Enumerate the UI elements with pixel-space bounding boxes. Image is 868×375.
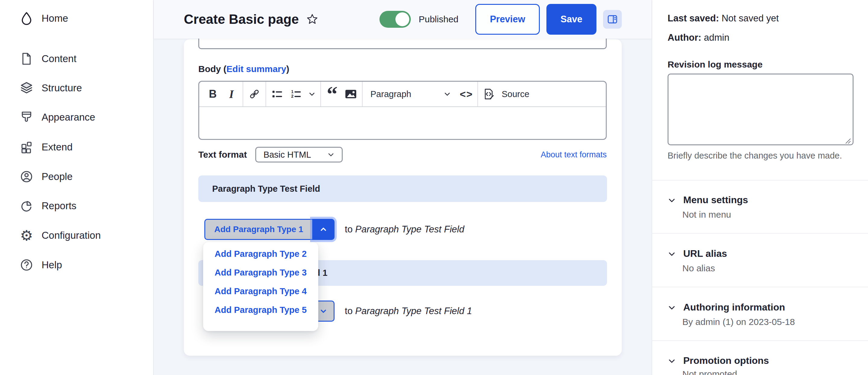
text-format-label: Text format [198, 150, 247, 160]
section-label: Menu settings [683, 194, 748, 206]
section-promotion-options[interactable]: Promotion options [668, 355, 769, 366]
text-format-row: Text format Basic HTML About text format… [198, 147, 607, 162]
last-saved-label: Last saved: [668, 13, 719, 24]
sidebar-item-people[interactable]: People [19, 167, 73, 186]
list-options-chevron-icon[interactable] [305, 85, 318, 104]
add-paragraph-button[interactable]: Add Paragraph Type 1 [204, 219, 312, 240]
section-summary: Not in menu [682, 210, 731, 220]
section-label: Promotion options [683, 355, 769, 366]
sidebar-item-home[interactable]: Home [19, 9, 68, 27]
sidebar-item-label: Home [41, 13, 68, 24]
preview-button[interactable]: Preview [475, 4, 540, 35]
divider [652, 180, 868, 181]
sidebar-item-configuration[interactable]: ⚙ Configuration [19, 226, 101, 245]
to-field-text: to Paragraph Type Test Field [345, 224, 464, 235]
body-richtext-editor: B I 12 “ [198, 81, 607, 140]
paragraph-style-dropdown[interactable]: Paragraph [364, 89, 457, 99]
author-label: Author: [668, 32, 701, 43]
blockquote-icon[interactable]: “ [323, 89, 341, 99]
sidebar-item-label: Structure [41, 82, 82, 94]
svg-text:1: 1 [291, 89, 293, 94]
published-toggle[interactable] [379, 11, 411, 28]
add-paragraph-row-1: Add Paragraph Type 1 to Paragraph Type T… [204, 219, 464, 240]
field-name-italic-1: Paragraph Type Test Field 1 [355, 306, 472, 316]
published-label: Published [418, 14, 458, 24]
about-text-formats-link[interactable]: About text formats [541, 150, 607, 159]
author-value: admin [704, 32, 730, 43]
section-label: Authoring information [683, 302, 785, 313]
meta-sidebar: Last saved: Not saved yet Author: admin … [652, 0, 868, 375]
sidebar-item-appearance[interactable]: Appearance [19, 108, 95, 126]
sidebar-item-content[interactable]: Content [19, 50, 76, 68]
section-summary: By admin (1) on 2023-05-18 [682, 317, 795, 327]
bookmark-star-icon[interactable] [306, 13, 318, 25]
chevron-up-icon [319, 225, 328, 233]
sidebar-toggle-button[interactable] [603, 10, 622, 29]
toolbar-separator [477, 82, 478, 106]
chevron-down-icon [668, 356, 676, 365]
last-saved-value: Not saved yet [721, 13, 779, 24]
body-label-close: ) [286, 64, 289, 74]
toggle-knob [396, 12, 409, 26]
body-field-label: Body (Edit summary) [198, 64, 289, 74]
chevron-down-icon [444, 90, 451, 98]
section-label: URL alias [683, 248, 727, 259]
text-format-value: Basic HTML [264, 150, 311, 160]
chevron-down-icon [668, 250, 676, 258]
source-button-label[interactable]: Source [501, 89, 529, 99]
sidebar-item-help[interactable]: Help [19, 256, 62, 274]
sidebar-item-label: Help [41, 259, 62, 271]
chevron-down-icon [668, 303, 676, 312]
section-summary: Not promoted [682, 369, 737, 375]
blocks-icon [19, 140, 34, 154]
revision-log-textarea[interactable] [668, 73, 854, 145]
numbered-list-icon[interactable]: 12 [287, 85, 305, 104]
section-summary: No alias [682, 263, 715, 273]
question-circle-icon [19, 258, 34, 272]
italic-icon[interactable]: I [222, 85, 241, 104]
admin-sidebar: Home Content Structure Appearance Extend [0, 0, 154, 375]
add-paragraph-split-button: Add Paragraph Type 1 [204, 219, 335, 240]
field-name-italic: Paragraph Type Test Field [355, 224, 464, 235]
sidebar-item-structure[interactable]: Structure [19, 79, 82, 97]
source-editing-icon[interactable] [480, 85, 497, 104]
sidebar-item-extend[interactable]: Extend [19, 138, 73, 156]
sidebar-item-label: People [41, 171, 73, 182]
to-label: to [345, 306, 352, 316]
to-field-text-1: to Paragraph Type Test Field 1 [345, 306, 472, 316]
paragraph-field-title: Paragraph Type Test Field [212, 184, 320, 194]
revision-log-label: Revision log message [668, 59, 763, 70]
gear-icon: ⚙ [19, 228, 34, 243]
html-embed-icon[interactable]: <> [457, 85, 475, 104]
page-title: Create Basic page [184, 12, 299, 27]
menu-item-add-paragraph-type-4[interactable]: Add Paragraph Type 4 [215, 282, 318, 301]
section-authoring-information[interactable]: Authoring information [668, 302, 785, 313]
edit-summary-link[interactable]: Edit summary [226, 64, 286, 74]
sidebar-item-label: Configuration [41, 230, 101, 241]
editor-content-area[interactable] [199, 107, 606, 139]
to-label: to [345, 224, 352, 235]
drupal-drop-icon [19, 11, 34, 26]
sidebar-item-reports[interactable]: Reports [19, 197, 76, 215]
menu-item-add-paragraph-type-2[interactable]: Add Paragraph Type 2 [215, 245, 318, 263]
menu-item-add-paragraph-type-5[interactable]: Add Paragraph Type 5 [215, 301, 318, 319]
title-input-partial[interactable] [198, 39, 607, 49]
save-button[interactable]: Save [547, 4, 596, 35]
bold-icon[interactable]: B [204, 85, 222, 104]
menu-item-add-paragraph-type-3[interactable]: Add Paragraph Type 3 [215, 263, 318, 282]
add-paragraph-caret-button[interactable] [312, 219, 335, 240]
paragraph-field-header: Paragraph Type Test Field [198, 176, 607, 202]
panel-layout-icon [607, 14, 618, 25]
bulleted-list-icon[interactable] [268, 85, 287, 104]
revision-log-help: Briefly describe the changes you have ma… [668, 151, 842, 161]
link-icon[interactable] [245, 85, 264, 104]
section-url-alias[interactable]: URL alias [668, 248, 727, 259]
text-format-select[interactable]: Basic HTML [255, 147, 343, 162]
sidebar-item-label: Content [41, 53, 76, 64]
toolbar-separator [243, 82, 243, 106]
sidebar-item-label: Reports [41, 200, 76, 212]
sidebar-item-label: Appearance [41, 112, 95, 123]
insert-image-icon[interactable] [341, 85, 360, 104]
section-menu-settings[interactable]: Menu settings [668, 194, 748, 206]
document-icon [19, 52, 34, 66]
